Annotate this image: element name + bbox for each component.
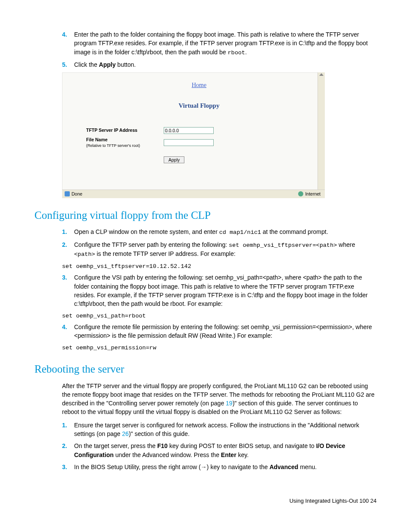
enter-bold: Enter [221, 451, 237, 458]
text: menu. [298, 464, 317, 470]
status-right: Internet [298, 191, 321, 197]
page-link-19[interactable]: 19 [226, 400, 233, 407]
internet-icon [298, 191, 303, 196]
text: Open a CLP window on the remote system, … [74, 228, 219, 235]
text: . [245, 49, 247, 56]
step-number: 1. [62, 421, 74, 439]
tftp-ip-row: TFTP Server IP Address [86, 127, 312, 134]
code-example-1: set oemhp_vsi_tftpserver=10.12.52.142 [62, 262, 377, 271]
file-name-label: File Name (Relative to TFTP server's roo… [86, 137, 164, 149]
virtual-floppy-screenshot: Home Virtual Floppy TFTP Server IP Addre… [62, 72, 325, 198]
text: )" section of this guide. [129, 430, 190, 437]
file-name-input[interactable] [164, 139, 214, 146]
page-footer: Using Integrated Lights-Out 100 24 [34, 497, 377, 505]
step-text: Click the Apply button. [74, 60, 377, 69]
text: key. [237, 451, 249, 458]
text: On the target server, press the [74, 442, 157, 449]
reboot-paragraph: After the TFTP server and the virtual fl… [62, 382, 377, 417]
step-text: In the BIOS Setup Utility, press the rig… [74, 463, 377, 471]
inline-code: cd map1/nic1 [219, 229, 261, 236]
reboot-step-2: 2. On the target server, press the F10 k… [62, 442, 377, 459]
clp-step-1: 1. Open a CLP window on the remote syste… [62, 227, 377, 237]
status-done: Done [72, 191, 82, 197]
heading-clp: Configuring virtual floppy from the CLP [34, 208, 377, 223]
step-number: 2. [62, 442, 74, 459]
step-text: Configure the VSI path by entering the f… [74, 273, 377, 308]
text: key during POST to enter BIOS setup, and… [168, 442, 316, 449]
status-left: Done [65, 191, 82, 197]
step-number: 3. [62, 463, 74, 471]
apply-button[interactable]: Apply [164, 156, 184, 163]
status-internet: Internet [305, 191, 321, 197]
text: under the Advanced window. Press the [114, 451, 221, 458]
step-text: Ensure the target server is configured f… [74, 421, 377, 439]
label-sub: (Relative to TFTP server's root) [86, 143, 164, 149]
apply-bold: Apply [99, 61, 116, 68]
reboot-step-3: 3. In the BIOS Setup Utility, press the … [62, 463, 377, 471]
reboot-step-1: 1. Ensure the target server is configure… [62, 421, 377, 439]
step-number: 5. [62, 60, 74, 69]
step-text: Enter the path to the folder containing … [74, 30, 377, 57]
tftp-ip-input[interactable] [164, 127, 214, 134]
step-text: Configure the TFTP server path by enteri… [74, 240, 377, 259]
ie-icon [65, 191, 70, 196]
clp-step-2: 2. Configure the TFTP server path by ent… [62, 240, 377, 259]
code-example-2: set oemhp_vsi_path=rboot [62, 312, 377, 320]
clp-step-3: 3. Configure the VSI path by entering th… [62, 273, 377, 308]
file-name-row: File Name (Relative to TFTP server's roo… [86, 137, 312, 149]
advanced-bold: Advanced [269, 464, 298, 470]
inline-code: rboot [227, 50, 245, 56]
step-number: 1. [62, 227, 74, 237]
inline-code: <path> [74, 251, 95, 258]
text: where [337, 241, 355, 248]
clp-step-4: 4. Configure the remote file permission … [62, 323, 377, 340]
virtual-floppy-title: Virtual Floppy [86, 101, 312, 111]
page-link-26[interactable]: 26 [122, 430, 129, 437]
step-5: 5. Click the Apply button. [62, 60, 377, 69]
text: is the remote TFTP server IP address. Fo… [95, 250, 236, 257]
text: at the command prompt. [261, 228, 328, 235]
text: button. [115, 61, 136, 68]
step-text: On the target server, press the F10 key … [74, 442, 377, 459]
home-link[interactable]: Home [86, 81, 312, 90]
text: Enter the path to the folder containing … [74, 31, 368, 56]
text: In the BIOS Setup Utility, press the rig… [74, 464, 269, 470]
f10-bold: F10 [157, 442, 168, 449]
step-number: 3. [62, 273, 74, 308]
heading-reboot: Rebooting the server [34, 361, 377, 377]
scrollbar[interactable] [318, 72, 325, 189]
tftp-ip-label: TFTP Server IP Address [86, 127, 164, 134]
text: Ensure the target server is configured f… [74, 422, 359, 437]
text: Click the [74, 61, 99, 68]
step-number: 4. [62, 30, 74, 57]
step-number: 4. [62, 323, 74, 340]
label-main: File Name [86, 137, 108, 142]
step-4: 4. Enter the path to the folder containi… [62, 30, 377, 57]
status-bar: Done Internet [62, 190, 325, 198]
code-example-3: set oemhp_vsi_permission=rw [62, 344, 377, 352]
step-text: Configure the remote file permission by … [74, 323, 377, 340]
inline-code: set oemhp_vsi_tftpserver=<path> [229, 242, 337, 249]
step-text: Open a CLP window on the remote system, … [74, 227, 377, 237]
text: Configure the TFTP server path by enteri… [74, 241, 229, 248]
step-number: 2. [62, 240, 74, 259]
